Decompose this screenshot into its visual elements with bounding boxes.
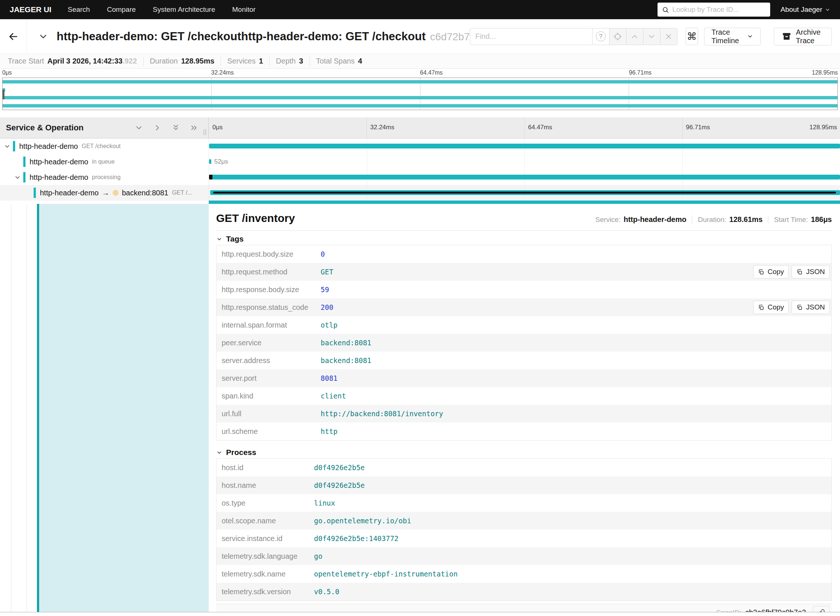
table-row[interactable]: url.fullhttp://backend:8081/inventory (216, 405, 831, 422)
archive-trace-label: Archive Trace (796, 28, 824, 45)
span-duration-bar[interactable] (210, 190, 840, 195)
timeline-minimap[interactable] (2, 78, 838, 110)
span-row-bar-cell[interactable] (209, 170, 840, 185)
span-row-name-cell[interactable]: http-header-demoin queue (0, 154, 209, 170)
span-row[interactable]: http-header-demoin queue52μs (0, 154, 840, 170)
table-row[interactable]: http.response.status_code200CopyJSON (216, 298, 831, 316)
table-row[interactable]: telemetry.sdk.languagego (216, 547, 831, 565)
tag-key: http.response.body.size (222, 286, 321, 294)
span-id-value: cb2a6fbf79c9b7e2 (745, 608, 806, 612)
summary-label: Depth (276, 57, 295, 65)
trace-lookup-input[interactable] (672, 6, 766, 14)
span-row[interactable]: http-header-demo→backend:8081GET /... (0, 185, 840, 201)
trace-lookup-search[interactable] (658, 3, 770, 17)
table-row[interactable]: service.instance.idd0f4926e2b5e:1403772 (216, 529, 831, 547)
nav-right: About Jaeger (658, 3, 830, 17)
copy-json-button[interactable]: JSON (792, 301, 830, 314)
span-row-bar-cell[interactable] (209, 185, 840, 201)
peer-service-dot (113, 190, 119, 196)
table-row[interactable]: server.addressbackend:8081 (216, 352, 831, 369)
table-row[interactable]: os.typelinux (216, 494, 831, 512)
column-resizer[interactable] (203, 129, 207, 135)
copy-value-button[interactable]: Copy (753, 301, 789, 314)
service-operation-header: Service & Operation (0, 117, 209, 138)
deep-link-button[interactable] (813, 606, 830, 613)
table-row[interactable]: host.idd0f4926e2b5e (216, 459, 831, 477)
copy-icon (796, 269, 803, 275)
tags-section-toggle[interactable]: Tags (216, 235, 832, 243)
span-row-bar-cell[interactable]: 52μs (209, 154, 840, 170)
span-meta-value: 128.61ms (729, 215, 762, 224)
copy-value-button[interactable]: Copy (753, 265, 789, 279)
table-row[interactable]: http.request.methodGETCopyJSON (216, 263, 831, 281)
copy-json-button[interactable]: JSON (792, 265, 830, 279)
archive-trace-button[interactable]: Archive Trace (774, 28, 832, 45)
trace-view-select[interactable]: Trace Timeline (704, 28, 761, 45)
table-row[interactable]: telemetry.sdk.versionv0.5.0 (216, 583, 831, 600)
find-help-button[interactable]: ? (592, 28, 609, 45)
process-section-toggle[interactable]: Process (216, 448, 832, 457)
tick-gridline (366, 117, 367, 138)
span-row-bar-cell[interactable] (209, 138, 840, 154)
app-logo[interactable]: JAEGER UI (10, 5, 51, 14)
span-duration-label: 52μs (214, 154, 228, 170)
row-gridline (367, 154, 367, 170)
archive-icon (782, 31, 792, 41)
clear-find-button[interactable] (660, 28, 677, 45)
span-duration-bar[interactable] (209, 144, 840, 148)
table-row[interactable]: http.request.body.size0 (216, 245, 831, 263)
span-row-name-cell[interactable]: http-header-demo→backend:8081GET /... (0, 185, 209, 201)
chevron-down-icon[interactable] (14, 174, 21, 181)
focus-span-button[interactable] (609, 28, 627, 45)
about-jaeger-menu[interactable]: About Jaeger (781, 6, 830, 14)
table-row[interactable]: internal.span.formatotlp (216, 316, 831, 334)
tag-key: telemetry.sdk.language (222, 552, 314, 560)
service-color-indicator (13, 141, 15, 151)
keyboard-shortcuts-button[interactable]: ⌘ (686, 28, 698, 45)
collapse-all-icon[interactable] (134, 123, 143, 132)
minimap-drag-handle[interactable] (3, 90, 4, 99)
expand-all-icon[interactable] (172, 123, 180, 132)
prev-result-button[interactable] (626, 28, 643, 45)
process-table: host.idd0f4926e2b5ehost.named0f4926e2b5e… (216, 458, 832, 601)
tag-key: telemetry.sdk.version (222, 588, 314, 596)
table-row[interactable]: otel.scope.namego.opentelemetry.io/obi (216, 512, 831, 529)
trace-toolbar: http-header-demo: GET /checkouthttp-head… (0, 19, 840, 54)
expand-one-icon[interactable] (153, 123, 162, 132)
table-row[interactable]: span.kindclient (216, 387, 831, 405)
nav-item-search[interactable]: Search (68, 6, 90, 14)
chevron-down-icon[interactable] (4, 143, 11, 150)
span-operation-title: GET /inventory (216, 212, 295, 224)
tick-label: 96.71ms (682, 124, 710, 131)
span-row-name-cell[interactable]: http-header-demoprocessing (0, 170, 209, 185)
span-row-name-cell[interactable]: http-header-demoGET /checkout (0, 138, 209, 154)
service-name: http-header-demo (29, 173, 88, 182)
span-indent-fill[interactable] (39, 204, 209, 612)
table-row[interactable]: peer.servicebackend:8081 (216, 334, 831, 352)
span-duration-bar[interactable] (209, 175, 840, 179)
span-row[interactable]: http-header-demoprocessing (0, 170, 840, 185)
nav-item-monitor[interactable]: Monitor (232, 6, 256, 14)
table-row[interactable]: telemetry.sdk.nameopentelemetry-ebpf-ins… (216, 565, 831, 583)
tag-key: host.name (222, 481, 314, 490)
span-duration-bar[interactable] (209, 159, 211, 164)
timeline-ticks: 0μs32.24ms64.47ms96.71ms128.95ms (209, 117, 840, 138)
next-result-button[interactable] (643, 28, 661, 45)
table-row[interactable]: server.port8081 (216, 369, 831, 387)
table-row[interactable]: host.named0f4926e2b5e (216, 477, 831, 494)
back-button[interactable] (0, 19, 27, 54)
find-input[interactable] (470, 28, 592, 45)
span-row[interactable]: http-header-demoGET /checkout (0, 138, 840, 154)
close-icon (665, 32, 673, 41)
timeline-grid-header: Service & Operation 0μs32.24ms64.47ms96.… (0, 117, 840, 138)
nav-item-compare[interactable]: Compare (107, 6, 135, 14)
collapse-one-icon[interactable] (190, 123, 199, 132)
summary-item: Trace StartApril 3 2026, 14:42:33.922 (1, 57, 143, 66)
row-gridline (682, 154, 683, 170)
table-row[interactable]: url.schemehttp (216, 422, 831, 440)
table-row[interactable]: http.response.body.size59 (216, 281, 831, 298)
collapse-trace-header-button[interactable] (38, 31, 48, 42)
copy-value-button-label: Copy (768, 268, 784, 276)
operation-name: GET /checkout (82, 143, 121, 150)
nav-item-system-architecture[interactable]: System Architecture (153, 6, 215, 14)
